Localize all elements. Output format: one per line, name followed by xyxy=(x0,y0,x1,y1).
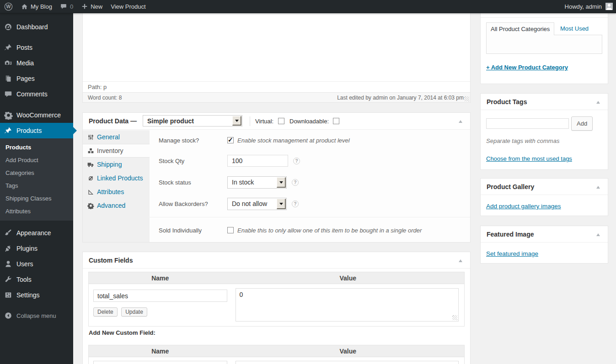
product-data-title: Product Data — xyxy=(89,113,137,129)
new-tag-input[interactable] xyxy=(486,118,569,129)
sidebar-item-woocommerce[interactable]: WooCommerce xyxy=(0,107,73,123)
stock-status-row: Stock status In stock ? xyxy=(150,176,470,189)
downloadable-checkbox[interactable] xyxy=(333,118,339,124)
stock-qty-label: Stock Qty xyxy=(159,158,227,164)
tab-attributes[interactable]: Attributes xyxy=(83,185,150,199)
collapse-toggle-icon[interactable] xyxy=(596,101,600,104)
editor-path-statusbar: Path: p xyxy=(83,81,470,92)
inventory-panel: Manage stock? ✓ Enable stock management … xyxy=(150,130,470,242)
settings-sliders-icon xyxy=(0,291,16,299)
wordpress-logo-menu[interactable]: W xyxy=(0,0,17,13)
camera-icon xyxy=(0,59,16,67)
stock-status-select[interactable]: In stock xyxy=(227,176,287,189)
product-tags-header[interactable]: Product Tags xyxy=(481,94,608,110)
new-custom-field-value-textarea[interactable] xyxy=(236,361,459,364)
backorders-select[interactable]: Do not allow xyxy=(227,198,287,210)
column-header-name: Name xyxy=(89,345,232,357)
dashboard-gauge-icon xyxy=(0,23,16,31)
submenu-item-products[interactable]: Products xyxy=(0,141,73,154)
custom-fields-body: Name Value total_sales Delete Update xyxy=(83,269,470,364)
product-type-select[interactable]: Simple product xyxy=(143,115,242,127)
wordpress-logo-icon: W xyxy=(4,2,13,11)
tab-inventory[interactable]: Inventory xyxy=(83,144,150,158)
add-gallery-images-link[interactable]: Add product gallery images xyxy=(486,203,561,210)
sidebar-item-comments[interactable]: Comments xyxy=(0,86,73,102)
sidebar-item-products[interactable]: Products xyxy=(0,123,73,138)
product-tags-body: Add Separate tags with commas Choose fro… xyxy=(481,116,608,168)
tab-linked-products[interactable]: Linked Products xyxy=(83,171,150,185)
stock-qty-row: Stock Qty 100 ? xyxy=(150,154,470,167)
backorders-row: Allow Backorders? Do not allow ? xyxy=(150,197,470,210)
last-edited: Last edited by admin on January 7, 2014 … xyxy=(337,95,464,101)
editor-resize-grip[interactable] xyxy=(464,96,469,101)
sidebar-item-pages[interactable]: Pages xyxy=(0,71,73,86)
collapse-toggle-icon[interactable] xyxy=(596,233,600,236)
user-icon xyxy=(0,260,16,268)
column-header-value: Value xyxy=(232,345,465,357)
custom-field-value-textarea[interactable]: 0 xyxy=(236,288,459,322)
sidebar-item-media[interactable]: Media xyxy=(0,55,73,71)
sidebar-item-users[interactable]: Users xyxy=(0,256,73,272)
view-product-menu[interactable]: View Product xyxy=(107,0,150,13)
new-custom-field-name-input[interactable] xyxy=(93,361,227,364)
delete-button[interactable]: Delete xyxy=(93,307,118,317)
menu-separator xyxy=(0,35,73,40)
update-button[interactable]: Update xyxy=(121,307,147,317)
editor-path-label: Path: p xyxy=(88,84,107,90)
site-name-menu[interactable]: My Blog xyxy=(17,0,56,13)
sold-individually-checkbox[interactable] xyxy=(227,227,234,233)
submenu-item-shipping-classes[interactable]: Shipping Classes xyxy=(0,192,73,205)
plus-icon xyxy=(81,3,88,10)
tab-general[interactable]: General xyxy=(83,130,150,144)
product-gallery-header[interactable]: Product Gallery xyxy=(481,179,608,195)
view-product-label: View Product xyxy=(111,3,145,10)
tab-shipping[interactable]: Shipping xyxy=(83,158,150,171)
new-label: New xyxy=(91,3,102,10)
custom-field-name-input[interactable]: total_sales xyxy=(93,290,227,302)
add-new-product-category-link[interactable]: + Add New Product Category xyxy=(486,64,568,71)
menu-separator xyxy=(0,221,73,225)
submenu-item-categories[interactable]: Categories xyxy=(0,167,73,179)
collapse-menu-button[interactable]: Collapse menu xyxy=(0,308,73,323)
category-checklist-panel[interactable] xyxy=(486,35,602,54)
category-tabs: All Product Categories Most Used xyxy=(486,22,602,35)
submenu-item-tags[interactable]: Tags xyxy=(0,179,73,192)
my-account-menu[interactable]: Howdy, admin xyxy=(562,0,613,13)
manage-stock-checkbox[interactable]: ✓ xyxy=(227,137,234,143)
add-tag-button[interactable]: Add xyxy=(571,116,593,131)
sidebar-item-tools[interactable]: Tools xyxy=(0,272,73,287)
stock-qty-input[interactable]: 100 xyxy=(227,155,288,167)
manage-stock-row: Manage stock? ✓ Enable stock management … xyxy=(150,134,470,147)
sidebar-item-appearance[interactable]: Appearance xyxy=(0,225,73,241)
sidebar-item-plugins[interactable]: Plugins xyxy=(0,241,73,256)
tab-most-used[interactable]: Most Used xyxy=(560,22,589,35)
howdy-text: Howdy, admin xyxy=(565,3,602,10)
collapse-toggle-icon[interactable] xyxy=(596,186,600,189)
textarea-resize-grip[interactable] xyxy=(452,315,457,320)
collapse-toggle-icon[interactable] xyxy=(459,259,462,262)
comments-count: 0 xyxy=(70,3,73,10)
sidebar-item-dashboard[interactable]: Dashboard xyxy=(0,19,73,35)
pushpin-icon xyxy=(0,127,16,135)
virtual-checkbox[interactable] xyxy=(278,118,284,124)
admin-sidebar-menu: Dashboard Posts Media Pages xyxy=(0,0,73,364)
submenu-item-add-product[interactable]: Add Product xyxy=(0,154,73,167)
featured-image-header[interactable]: Featured Image xyxy=(481,226,608,243)
choose-most-used-tags-link[interactable]: Choose from the most used tags xyxy=(486,155,572,162)
tab-advanced[interactable]: Advanced xyxy=(83,199,150,212)
sidebar-item-settings[interactable]: Settings xyxy=(0,287,73,303)
sidebar-item-posts[interactable]: Posts xyxy=(0,40,73,55)
comments-menu[interactable]: 0 xyxy=(56,0,77,13)
menu-separator xyxy=(0,303,73,308)
set-featured-image-link[interactable]: Set featured image xyxy=(486,250,538,257)
svg-text:W: W xyxy=(6,4,11,9)
add-new-custom-field-label: Add New Custom Field: xyxy=(89,329,465,336)
submenu-item-attributes[interactable]: Attributes xyxy=(0,205,73,218)
new-content-menu[interactable]: New xyxy=(77,0,107,13)
site-name: My Blog xyxy=(31,3,52,10)
collapse-toggle-icon[interactable] xyxy=(459,120,462,123)
home-icon xyxy=(21,3,28,10)
product-tags-title: Product Tags xyxy=(487,98,527,106)
custom-fields-header[interactable]: Custom Fields xyxy=(83,252,470,269)
tab-all-product-categories[interactable]: All Product Categories xyxy=(486,22,554,35)
